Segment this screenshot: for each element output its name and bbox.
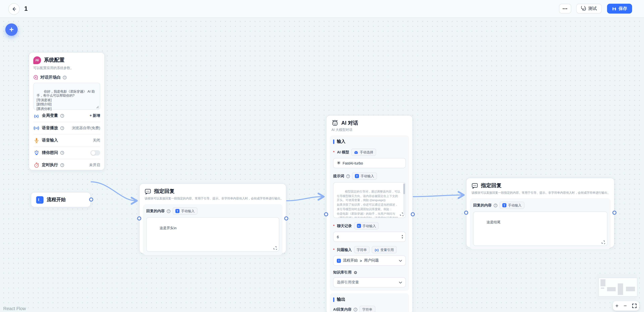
scrollbar[interactable] — [403, 184, 405, 216]
voice-playback-label: 语音播放 — [42, 125, 58, 131]
kb-ref-select[interactable]: 选择引用变量 — [333, 277, 406, 287]
reply-bubble-icon — [144, 188, 151, 195]
save-button[interactable]: 保存 — [607, 4, 632, 14]
chat-bubble-icon — [581, 6, 586, 11]
kb-placeholder: 选择引用变量 — [337, 280, 359, 285]
manual-select-tag[interactable]: 手动选择 — [351, 148, 376, 156]
expand-icon[interactable] — [601, 240, 606, 244]
handle-reply-end-source[interactable] — [612, 211, 616, 215]
add-variable-button[interactable]: + 新增 — [90, 113, 100, 118]
expand-icon[interactable] — [399, 212, 404, 216]
question-source-select[interactable]: I 流程开始 > 用户问题 — [333, 255, 406, 266]
ai-model-select[interactable]: ✳ FastAI-turbo — [333, 158, 406, 168]
openai-icon: ✳ — [337, 161, 341, 166]
help-icon[interactable]: ? — [346, 174, 350, 178]
manual-input-tag[interactable]: T手动输入 — [500, 202, 524, 209]
help-icon[interactable]: ? — [63, 75, 66, 79]
help-icon[interactable]: ? — [60, 114, 64, 118]
global-variables-label: 全局变量 — [42, 113, 58, 118]
help-icon[interactable]: ? — [167, 209, 170, 213]
flow-start-mini-icon: I — [337, 259, 341, 263]
minimap[interactable] — [597, 274, 636, 299]
help-icon[interactable]: ? — [354, 307, 357, 311]
prompt-placeholder: 模型固定的引导词，通过调整该内容，可以引导模型聊天方向。该内容会被固定在上下文的… — [337, 190, 400, 218]
help-icon[interactable]: ? — [60, 163, 64, 167]
handle-reply-start-target[interactable] — [137, 216, 141, 220]
save-icon — [612, 6, 616, 11]
handle-start-source[interactable] — [89, 197, 93, 201]
system-config-panel[interactable]: Hi 系统配置 可以配置应用的系统参数。 对话开场白 ? 你好，我是电影《星际穿… — [29, 52, 105, 170]
ai-node-title: AI 对话 — [342, 120, 358, 127]
handle-reply-start-source[interactable] — [284, 216, 288, 220]
node-reply-end[interactable]: 指定回复 该模块可以直接回复一段指定的内容。常用于引导、提示。非字符串内容传入时… — [466, 178, 614, 248]
page-title: 1 — [24, 5, 28, 12]
zoom-out-button[interactable]: − — [624, 303, 627, 308]
section-bar — [333, 139, 334, 144]
required-mark: * — [333, 224, 335, 228]
guess-question-toggle[interactable] — [90, 150, 100, 155]
minimap-node — [618, 283, 623, 295]
manual-input-tag[interactable]: T手动输入 — [172, 207, 198, 215]
help-icon[interactable]: ? — [494, 204, 498, 207]
resize-handle-icon[interactable] — [96, 105, 99, 109]
question-field: 用户问题 — [364, 258, 379, 263]
kb-settings-gear-icon[interactable]: ⚙ — [354, 270, 357, 275]
ai-robot-icon — [332, 120, 338, 127]
ai-model-value: FastAI-turbo — [343, 161, 363, 165]
string-type-tag: 字符串 — [359, 306, 375, 312]
minimap-node — [600, 279, 606, 286]
node-reply-start[interactable]: 指定回复 该模块可以直接回复一段指定的内容。常用于引导、提示。非字符串内容传入时… — [139, 184, 286, 253]
node-ai-chat[interactable]: AI 对话 AI 大模型对话 输入 * AI 模型 手动选择 ✳ FastAI-… — [326, 115, 413, 312]
history-label: 聊天记录 — [337, 223, 352, 229]
edge-reply-to-ai — [287, 197, 323, 201]
handle-reply-end-target[interactable] — [464, 211, 468, 215]
test-button[interactable]: 测试 — [576, 4, 602, 14]
minimap-node — [626, 287, 635, 291]
string-type-tag: 字符串 — [354, 246, 370, 253]
reply-node-description: 该模块可以直接回复一段指定的内容。常用于引导、提示。非字符串内容传入时，会转成字… — [466, 189, 614, 195]
zoom-controls: + − — [613, 301, 639, 310]
reply-node-description: 该模块可以直接回复一段指定的内容。常用于引导、提示。非字符串内容传入时，会转成字… — [140, 195, 286, 201]
section-bar — [333, 297, 334, 302]
add-node-button[interactable]: + — [5, 24, 18, 36]
kb-label: 知识库引用 — [333, 270, 352, 275]
guess-question-row[interactable]: ? 猜你想问 ? — [33, 147, 100, 159]
help-icon[interactable]: ? — [60, 126, 64, 130]
reply-content-textarea[interactable]: 这是结尾 — [473, 211, 608, 246]
scheduled-run-row[interactable]: 定时执行 ? 未开启 — [33, 159, 100, 171]
manual-input-tag[interactable]: T手动输入 — [352, 172, 377, 180]
handle-ai-target[interactable] — [324, 212, 328, 216]
variable-ref-tag[interactable]: {x}变量引用 — [372, 246, 397, 253]
reply-content-textarea[interactable]: 这是开头\n — [146, 217, 279, 252]
back-button[interactable] — [8, 3, 20, 15]
manual-input-tag[interactable]: n:手动输入 — [354, 222, 379, 230]
prompt-label: 提示词 — [333, 173, 344, 179]
expand-icon[interactable] — [273, 246, 277, 250]
stepper-up-icon[interactable]: ▲ — [401, 235, 403, 237]
stepper-down-icon[interactable]: ▼ — [401, 237, 403, 239]
opening-textarea[interactable]: 你好，我是电影《星际穿越》 AI 助手，有什么可以帮助你的? [导演是谁] [剧… — [33, 83, 100, 110]
prompt-textarea[interactable]: 模型固定的引导词，通过调整该内容，可以引导模型聊天方向。该内容会被固定在上下文的… — [333, 182, 406, 218]
fit-view-button[interactable] — [632, 303, 636, 308]
more-menu-button[interactable]: ••• — [559, 4, 571, 14]
node-flow-start[interactable]: I.. 流程开始 — [31, 192, 91, 207]
help-icon[interactable]: ? — [60, 151, 64, 155]
voice-playback-row[interactable]: 语音播放 ? 浏览器自带(免费) — [33, 122, 100, 134]
output-section-header: 输出 — [333, 296, 406, 302]
voice-input-row[interactable]: 语音输入 关闭 — [33, 134, 100, 146]
voice-input-value: 关闭 — [93, 138, 100, 143]
input-section-header: 输入 — [333, 139, 406, 144]
edge-start-to-reply — [91, 182, 136, 201]
text-type-icon: T — [355, 174, 359, 178]
flow-start-title: 流程开始 — [47, 197, 66, 203]
zoom-in-button[interactable]: + — [615, 303, 618, 308]
history-number-input[interactable]: 6 ▲▼ — [333, 232, 406, 242]
flow-start-icon: I.. — [36, 196, 44, 204]
chevron-right-icon: > — [360, 259, 362, 263]
voice-input-label: 语音输入 — [42, 138, 58, 143]
handle-ai-source[interactable] — [411, 212, 415, 216]
system-config-subtitle: 可以配置应用的系统参数。 — [33, 66, 100, 70]
reply-content-label: 回复的内容 — [146, 208, 165, 214]
opening-bubble-icon — [33, 75, 38, 80]
flow-canvas[interactable]: + Hi 系统配置 可以配置应用的系统参数。 对话开场白 ? 你好，我是电影《星… — [0, 18, 644, 312]
